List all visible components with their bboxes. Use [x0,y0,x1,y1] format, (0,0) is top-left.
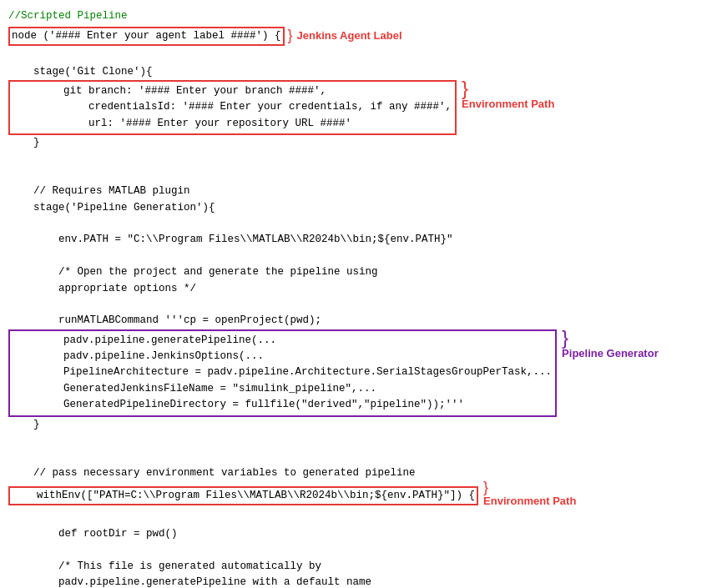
env-path-top-label: Environment Path [462,96,554,113]
line-node: node ('#### Enter your agent label ####'… [12,30,281,42]
comment-generated1: /* This file is generated automatically … [8,559,704,575]
line-padv-gen: padv.pipeline.generatePipeline(... [13,333,552,349]
line-git-creds: credentialsId: '#### Enter your credenti… [13,99,452,115]
pipeline-gen-brace: } [562,329,568,345]
blank10 [8,542,704,558]
blank5 [8,249,704,264]
agent-label-annotation: Jenkins Agent Label [297,28,402,44]
line-runmatlab: runMATLABCommand '''cp = openProject(pwd… [8,313,704,329]
code-container: //Scripted Pipeline node ('#### Enter yo… [0,0,712,588]
line-git-url: url: '#### Enter your repository URL ###… [13,116,452,132]
line-pipeline-arch: PipelineArchitecture = padv.pipeline.Arc… [13,364,552,380]
withenv-highlight: withEnv(["PATH=C:\\Program Files\\MATLAB… [8,486,478,505]
git-block-row: git branch: '#### Enter your branch ####… [8,80,704,135]
comment-open-project2: appropriate options */ [8,281,704,297]
line-rootdir: def rootDir = pwd() [8,526,704,542]
line-withenv: withEnv(["PATH=C:\\Program Files\\MATLAB… [12,490,475,501]
env-path-bottom-annotation: } Environment Path [483,481,576,510]
agent-label-highlight: node ('#### Enter your agent label ####'… [8,27,285,46]
line-stage-pipeline-close: } [8,417,704,433]
line-stage-pipeline-open: stage('Pipeline Generation'){ [8,200,704,216]
env-path-top-brace: } [462,80,468,96]
comment-open-project1: /* Open the project and generate the pip… [8,264,704,280]
agent-brace: } [288,24,293,48]
git-block-highlight: git branch: '#### Enter your branch ####… [8,80,457,135]
comment-pass-env: // pass necessary environment variables … [8,465,704,481]
blank6 [8,297,704,313]
blank4 [8,216,704,232]
agent-label-row: node ('#### Enter your agent label ####'… [8,24,704,48]
env-path-bottom-label: Environment Path [483,493,576,510]
blank2 [8,152,704,168]
pipeline-gen-label: Pipeline Generator [562,345,659,362]
line-git-branch: git branch: '#### Enter your branch ####… [13,83,452,99]
pipeline-gen-highlight: padv.pipeline.generatePipeline(... padv.… [8,329,557,417]
blank9 [8,510,704,526]
blank8 [8,449,704,465]
line-generated-dir: GeneratedPipelineDirectory = fullfile("d… [13,397,552,413]
blank3 [8,168,704,183]
comment-matlab: // Requires MATLAB plugin [8,183,704,199]
line-stage-git-open: stage('Git Clone'){ [8,64,704,80]
line-generated-name: GeneratedJenkinsFileName = "simulink_pip… [13,381,552,397]
env-path-bottom-brace: } [483,481,488,493]
withenv-row: withEnv(["PATH=C:\\Program Files\\MATLAB… [8,481,704,510]
line-stage-git-close: } [8,135,704,151]
line-env-path: env.PATH = "C:\\Program Files\\MATLAB\\R… [8,232,704,248]
comment-generated2: padv.pipeline.generatePipeline with a de… [8,575,704,588]
line-padv-jenkins: padv.pipeline.JenkinsOptions(... [13,349,552,364]
pipeline-gen-annotation: } Pipeline Generator [562,329,659,362]
env-path-top-annotation: } Environment Path [462,80,554,113]
blank1 [8,48,704,63]
comment-scripted: //Scripted Pipeline [8,8,704,24]
pipeline-gen-row: padv.pipeline.generatePipeline(... padv.… [8,329,704,417]
blank7 [8,433,704,449]
